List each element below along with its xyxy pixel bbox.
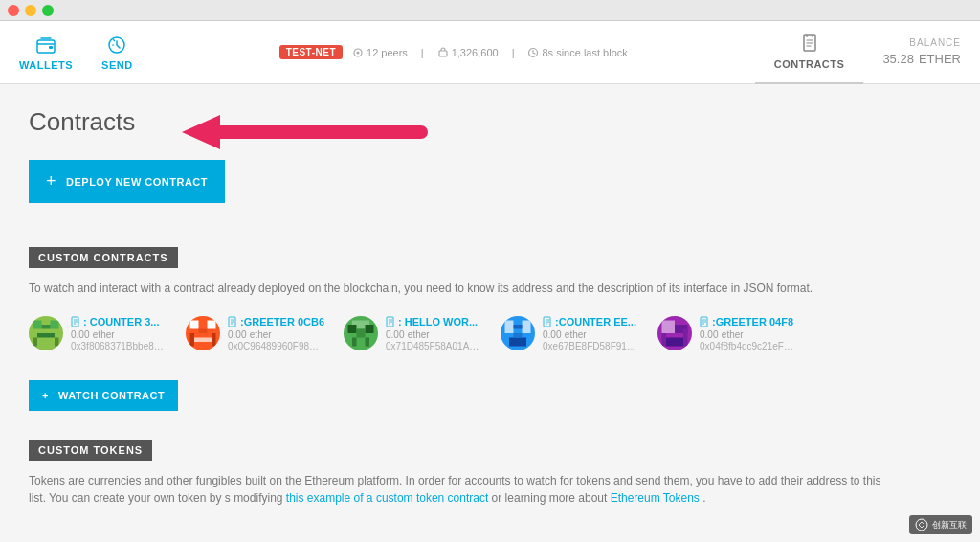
block-info: 1,326,600	[437, 47, 499, 58]
watermark: 创新互联	[909, 515, 972, 534]
contract-info: :GREETER 0CB6 0.00 ether 0x0C96489960F98…	[228, 316, 324, 351]
svg-point-47	[916, 519, 927, 531]
contract-address: 0x71D485F58A01AeE94...	[386, 341, 481, 351]
contract-item[interactable]: :GREETER 0CB6 0.00 ether 0x0C96489960F98…	[186, 316, 324, 351]
file-icon	[386, 316, 395, 327]
contract-name: :COUNTER EE...	[543, 316, 638, 327]
contracts-grid: : COUNTER 3... 0.00 ether 0x3f8068371Bbb…	[29, 316, 951, 351]
block-icon	[437, 47, 449, 58]
minimize-button[interactable]	[25, 5, 36, 16]
svg-rect-21	[190, 333, 195, 347]
nav-left: WALLETS SEND	[0, 34, 152, 71]
contract-balance: 0.00 ether	[700, 327, 795, 341]
file-icon	[543, 316, 552, 327]
file-icon	[700, 316, 709, 327]
contract-name: :GREETER 0CB6	[228, 316, 324, 327]
svg-rect-34	[505, 321, 514, 334]
avatar-counter1	[29, 316, 63, 350]
svg-rect-38	[514, 333, 523, 338]
nav-right: CONTRACTS BALANCE 35.28 ETHER	[755, 21, 980, 84]
svg-rect-18	[190, 321, 199, 329]
maximize-button[interactable]	[42, 5, 54, 16]
svg-rect-29	[352, 338, 357, 347]
svg-rect-36	[514, 325, 523, 329]
title-bar	[0, 0, 980, 21]
contract-info: : COUNTER 3... 0.00 ether 0x3f8068371Bbb…	[71, 316, 167, 351]
token-contract-link[interactable]: this example of a custom token contract	[286, 491, 488, 505]
deploy-new-contract-button[interactable]: + DEPLOY NEW CONTRACT	[29, 160, 225, 203]
close-button[interactable]	[8, 5, 19, 16]
custom-contracts-section: CUSTOM CONTRACTS To watch and interact w…	[29, 247, 951, 440]
svg-rect-1	[49, 46, 53, 49]
svg-rect-44	[662, 333, 667, 347]
svg-rect-5	[439, 51, 447, 56]
nav-center-info: 12 peers | 1,326,600 | 8s since last blo…	[352, 47, 628, 58]
contracts-icon	[799, 34, 820, 55]
avatar-greeter2	[657, 316, 692, 350]
watch-contract-button[interactable]: + WATCH CONTRACT	[29, 380, 178, 411]
deploy-section: + DEPLOY NEW CONTRACT	[29, 160, 225, 232]
contract-avatar	[657, 316, 692, 350]
avatar-greeter1	[186, 316, 220, 350]
svg-rect-11	[51, 321, 59, 329]
svg-rect-43	[666, 338, 683, 347]
peers-icon	[352, 47, 364, 58]
contract-avatar	[186, 316, 220, 350]
svg-rect-37	[509, 338, 526, 347]
nav-wallets[interactable]: WALLETS	[19, 34, 73, 71]
contract-info: : HELLO WOR... 0.00 ether 0x71D485F58A01…	[386, 316, 481, 351]
last-block-info: 8s since last block	[527, 47, 627, 58]
svg-rect-22	[212, 333, 216, 347]
contract-item[interactable]: :GREETER 04F8 0.00 ether 0x04f8fb4dc9c21…	[657, 316, 795, 351]
main-content: Contracts + DEPLOY NEW CONTRACT CUSTOM C…	[0, 84, 980, 542]
svg-rect-12	[37, 333, 55, 338]
svg-rect-28	[366, 325, 374, 333]
svg-rect-13	[33, 338, 38, 347]
contract-name: : HELLO WOR...	[386, 316, 481, 327]
contract-address: 0x3f8068371Bbbe8R0...	[71, 341, 167, 351]
contract-info: :COUNTER EE... 0.00 ether 0xe67BE8FD58F9…	[543, 316, 638, 351]
svg-rect-41	[662, 321, 676, 334]
svg-rect-20	[194, 338, 212, 343]
contract-balance: 0.00 ether	[71, 327, 167, 341]
contract-balance: 0.00 ether	[543, 327, 638, 341]
custom-tokens-section: CUSTOM TOKENS Tokens are currencies and …	[29, 440, 951, 507]
svg-rect-14	[55, 338, 59, 347]
top-nav: WALLETS SEND TEST-NET 12 peers | 1,326,6…	[0, 21, 980, 84]
avatar-hello	[344, 316, 378, 350]
contract-item[interactable]: : HELLO WOR... 0.00 ether 0x71D485F58A01…	[344, 316, 481, 351]
balance-section: BALANCE 35.28 ETHER	[863, 37, 980, 68]
nav-send[interactable]: SEND	[101, 34, 133, 71]
svg-rect-27	[348, 325, 357, 333]
contract-item[interactable]: :COUNTER EE... 0.00 ether 0xe67BE8FD58F9…	[501, 316, 638, 351]
testnet-badge: TEST-NET	[279, 45, 343, 59]
svg-rect-30	[366, 338, 370, 347]
svg-rect-23	[199, 329, 208, 334]
contract-avatar	[29, 316, 63, 350]
nav-contracts[interactable]: CONTRACTS	[755, 21, 864, 84]
contract-balance: 0.00 ether	[386, 327, 481, 341]
contract-item[interactable]: : COUNTER 3... 0.00 ether 0x3f8068371Bbb…	[29, 316, 167, 351]
traffic-lights	[8, 5, 54, 16]
page-title: Contracts	[29, 107, 951, 137]
ethereum-tokens-link[interactable]: Ethereum Tokens	[611, 491, 700, 505]
svg-rect-10	[33, 321, 42, 329]
tokens-desc: Tokens are currencies and other fungible…	[29, 472, 890, 507]
contract-address: 0x0C96489960F9898AA...	[228, 341, 323, 351]
wallet-icon	[35, 34, 56, 56]
peers-info: 12 peers	[352, 47, 408, 58]
send-icon	[106, 34, 127, 56]
balance-amount: 35.28 ETHER	[882, 48, 961, 68]
svg-rect-19	[208, 321, 216, 329]
custom-contracts-desc: To watch and interact with a contract al…	[29, 280, 951, 297]
file-icon	[228, 316, 237, 327]
custom-tokens-header: CUSTOM TOKENS	[29, 440, 152, 461]
custom-contracts-header: CUSTOM CONTRACTS	[29, 247, 178, 268]
contract-avatar	[344, 316, 378, 350]
clock-icon	[527, 47, 539, 58]
nav-center: TEST-NET 12 peers | 1,326,600 | 8s since…	[152, 45, 755, 59]
svg-rect-31	[357, 329, 366, 338]
svg-rect-45	[683, 329, 688, 347]
svg-rect-15	[42, 325, 51, 329]
contract-name: :GREETER 04F8	[700, 316, 795, 327]
